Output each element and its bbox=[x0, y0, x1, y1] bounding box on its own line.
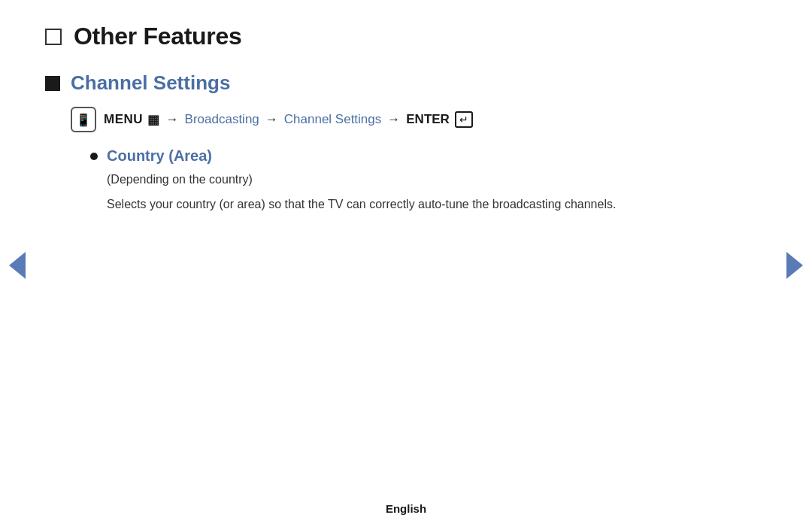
arrow-2: → bbox=[265, 112, 278, 127]
arrow-3: → bbox=[387, 112, 400, 127]
enter-icon: ↵ bbox=[455, 111, 473, 128]
arrow-1: → bbox=[166, 112, 179, 127]
left-arrow-icon bbox=[9, 252, 26, 279]
enter-arrow-symbol: ↵ bbox=[459, 114, 468, 126]
filled-square-icon bbox=[45, 76, 60, 91]
bullet-icon bbox=[90, 153, 98, 160]
sub-item-heading: Country (Area) bbox=[107, 147, 212, 165]
sub-item-country: Country (Area) (Depending on the country… bbox=[90, 147, 767, 214]
menu-label: MENU bbox=[104, 112, 143, 127]
footer-language: English bbox=[386, 502, 426, 515]
menu-grid-icon: ▦ bbox=[147, 112, 160, 128]
enter-label: ENTER bbox=[406, 112, 450, 127]
menu-icon: 📱 bbox=[71, 107, 96, 132]
page-title: Other Features bbox=[74, 23, 241, 50]
nav-arrow-left[interactable] bbox=[9, 252, 26, 279]
right-arrow-icon bbox=[786, 252, 803, 279]
nav-arrow-right[interactable] bbox=[786, 252, 803, 279]
channel-settings-label: Channel Settings bbox=[284, 112, 381, 127]
sub-item-note: (Depending on the country) bbox=[107, 171, 767, 189]
menu-path: 📱 MENU ▦ → Broadcasting → Channel Settin… bbox=[71, 107, 767, 132]
section-heading: Channel Settings bbox=[71, 71, 230, 95]
checkbox-icon bbox=[45, 29, 62, 45]
broadcasting-label: Broadcasting bbox=[185, 112, 259, 127]
sub-item-description: Selects your country (or area) so that t… bbox=[107, 195, 723, 214]
